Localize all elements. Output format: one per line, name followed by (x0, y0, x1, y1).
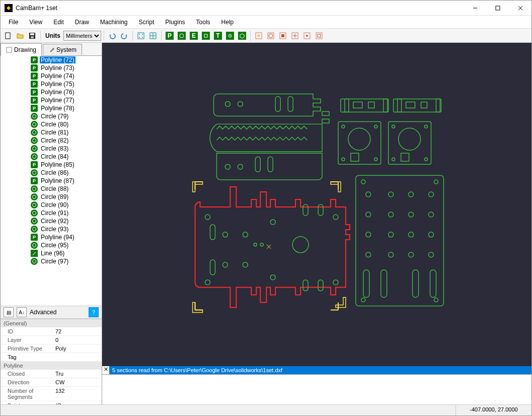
op6-button[interactable] (314, 30, 325, 41)
mop-p-button[interactable]: P (164, 30, 175, 41)
tree-item-label: Circle (92) (40, 218, 69, 225)
tree-item[interactable]: Circle (92) (1, 217, 102, 225)
grid-line-button[interactable] (147, 30, 159, 41)
properties-grid[interactable]: (General) ID72 Layer0 Primitive TypePoly… (1, 319, 102, 404)
menu-tools[interactable]: Tools (191, 17, 215, 28)
tree-item-label: Circle (90) (40, 201, 69, 209)
mop-drill-button[interactable] (200, 30, 211, 41)
tree-item[interactable]: PPolyline (76) (1, 88, 102, 96)
log-area[interactable] (102, 374, 531, 404)
svg-rect-41 (316, 33, 322, 39)
menu-plugins[interactable]: Plugins (160, 17, 190, 28)
tree-item[interactable]: PPolyline (94) (1, 233, 102, 241)
tree-item[interactable]: PPolyline (74) (1, 72, 102, 80)
new-file-button[interactable] (3, 30, 14, 41)
tree-item[interactable]: Circle (90) (1, 201, 102, 209)
minimize-button[interactable] (464, 1, 486, 16)
op2-button[interactable] (265, 30, 276, 41)
open-file-button[interactable] (15, 30, 26, 41)
grid-dot-button[interactable] (135, 30, 146, 41)
polyline-icon: P (31, 73, 38, 80)
tree-item[interactable]: Circle (95) (1, 241, 102, 249)
tree-item[interactable]: Circle (84) (1, 153, 102, 161)
props-alpha-button[interactable]: A↓ (17, 307, 27, 317)
close-button[interactable] (509, 1, 531, 16)
tree-item-label: Polyline (78) (40, 105, 75, 112)
tree-item[interactable]: PPolyline (75) (1, 80, 102, 88)
menu-file[interactable]: File (4, 17, 23, 28)
tree-item-label: Circle (81) (40, 129, 69, 136)
tree-item[interactable]: Circle (91) (1, 209, 102, 217)
wrench-icon (48, 47, 54, 53)
props-advanced-label[interactable]: Advanced (30, 309, 56, 316)
line-icon (31, 250, 38, 257)
svg-rect-4 (6, 33, 10, 39)
tree-item[interactable]: PPolyline (73) (1, 64, 102, 72)
tree-item[interactable]: Circle (80) (1, 120, 102, 128)
tab-drawing[interactable]: Drawing (1, 43, 42, 56)
circle-icon (31, 145, 38, 152)
menu-script[interactable]: Script (134, 17, 160, 28)
mop-3d-button[interactable] (237, 30, 248, 41)
tree-item[interactable]: Circle (86) (1, 169, 102, 177)
props-toolbar: ▤ A↓ Advanced ? (1, 306, 102, 319)
tree-item-label: Polyline (85) (40, 161, 75, 168)
tree-item[interactable]: PPolyline (85) (1, 161, 102, 169)
mop-circle-button[interactable] (176, 30, 187, 41)
tree-item[interactable]: Circle (97) (1, 257, 102, 265)
svg-text:E: E (192, 32, 196, 39)
maximize-button[interactable] (486, 1, 509, 16)
tree-item[interactable]: Circle (81) (1, 128, 102, 136)
log-close-button[interactable]: ✕ (102, 366, 109, 374)
props-categorized-button[interactable]: ▤ (4, 307, 14, 317)
mop-text-button[interactable]: T (212, 30, 223, 41)
op3-button[interactable] (277, 30, 288, 41)
svg-rect-18 (178, 32, 186, 40)
menu-machining[interactable]: Machining (95, 17, 133, 28)
object-tree[interactable]: PPolyline (72)PPolyline (73)PPolyline (7… (1, 56, 102, 306)
op1-button[interactable] (253, 30, 264, 41)
undo-button[interactable] (107, 30, 118, 41)
tree-item[interactable]: Circle (88) (1, 185, 102, 193)
tree-item[interactable]: Circle (83) (1, 145, 102, 153)
left-panel: Drawing System PPolyline (72)PPolyline (… (1, 43, 102, 404)
tree-item-label: Polyline (76) (40, 89, 75, 96)
op4-button[interactable] (289, 30, 300, 41)
tree-item-label: Line (96) (40, 250, 65, 257)
svg-rect-1 (496, 6, 500, 10)
menu-help[interactable]: Help (216, 17, 239, 28)
tree-item[interactable]: Line (96) (1, 249, 102, 257)
circle-icon (31, 137, 38, 144)
cad-view[interactable] (102, 43, 531, 366)
tree-item[interactable]: Circle (93) (1, 225, 102, 233)
op5-button[interactable] (301, 30, 313, 41)
circle-icon (31, 218, 38, 225)
menu-view[interactable]: View (24, 17, 47, 28)
tree-item[interactable]: PPolyline (87) (1, 177, 102, 185)
tree-item[interactable]: Circle (79) (1, 112, 102, 120)
tree-item[interactable]: PPolyline (78) (1, 104, 102, 112)
svg-rect-29 (238, 32, 246, 40)
units-select[interactable]: Millimeters (63, 31, 101, 41)
save-file-button[interactable] (27, 30, 38, 41)
log-message: 5 sections read from C:\Users\Peter\Goog… (109, 366, 531, 374)
tree-item-label: Polyline (75) (40, 81, 75, 88)
tree-item-label: Circle (97) (40, 258, 69, 265)
mop-spiral-button[interactable] (224, 30, 236, 41)
polyline-icon: P (31, 81, 38, 88)
menu-edit[interactable]: Edit (48, 17, 69, 28)
toolbar: Units Millimeters P E T (1, 29, 531, 43)
window-title: CamBam+ 1set (16, 5, 464, 12)
tree-item[interactable]: Circle (89) (1, 193, 102, 201)
drawing-canvas[interactable]: ✕ 5 sections read from C:\Users\Peter\Go… (102, 43, 531, 404)
tree-item-label: Polyline (87) (40, 177, 75, 184)
redo-button[interactable] (119, 30, 130, 41)
tree-item[interactable]: PPolyline (77) (1, 96, 102, 104)
title-bar: CamBam+ 1set (1, 1, 531, 16)
tree-item[interactable]: PPolyline (72) (1, 56, 102, 64)
mop-engrave-button[interactable]: E (188, 30, 199, 41)
tab-system[interactable]: System (43, 44, 82, 55)
menu-draw[interactable]: Draw (70, 17, 94, 28)
props-help-button[interactable]: ? (89, 307, 99, 317)
tree-item[interactable]: Circle (82) (1, 136, 102, 145)
